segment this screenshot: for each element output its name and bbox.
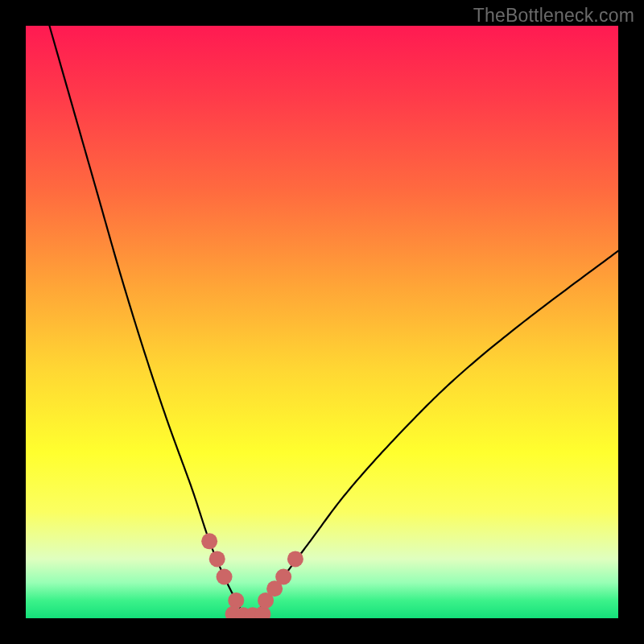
chart-plot-area (26, 26, 618, 618)
curve-marker (275, 568, 291, 584)
curve-marker (287, 551, 303, 567)
bottleneck-curve-line (49, 26, 618, 617)
curve-marker (228, 592, 244, 609)
watermark-text: TheBottleneck.com (473, 5, 634, 27)
curve-marker (209, 551, 225, 567)
chart-svg (26, 26, 618, 618)
curve-marker (201, 533, 217, 549)
curve-markers (201, 533, 303, 618)
chart-frame: TheBottleneck.com (0, 0, 644, 644)
curve-marker (217, 568, 233, 584)
